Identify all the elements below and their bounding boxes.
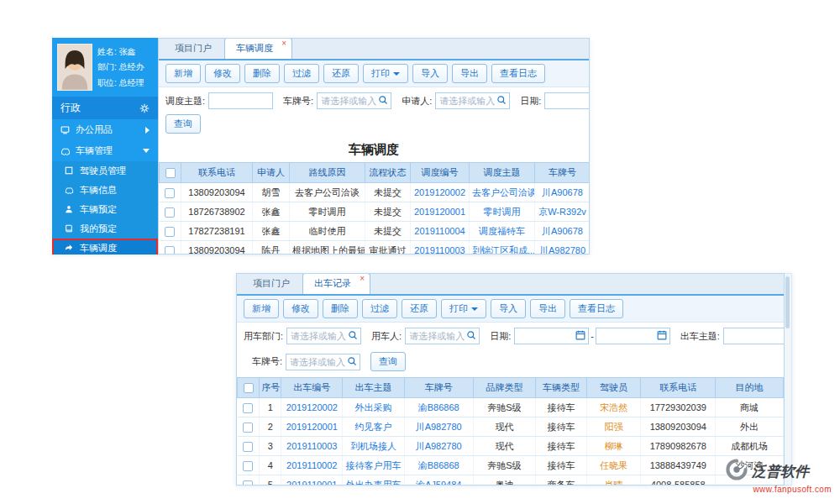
plate-link[interactable]: 渝B86868 — [404, 456, 473, 475]
search-icon[interactable] — [348, 330, 358, 342]
driver-link[interactable]: 柳琳 — [586, 437, 641, 456]
driver-link[interactable]: 阳强 — [586, 417, 641, 437]
close-icon[interactable]: × — [360, 274, 365, 283]
row-checkbox[interactable] — [165, 227, 175, 237]
print-button[interactable]: 打印 — [363, 64, 408, 83]
view-log-button[interactable]: 查看日志 — [491, 64, 545, 83]
table-row[interactable]: 17827238191 张鑫 临时使用 未提交 2019110004 调度福特车… — [160, 222, 591, 241]
trip-code-link[interactable]: 2019120002 — [281, 398, 343, 417]
dispatch-subject-link[interactable]: 到锦江区和成... — [470, 241, 535, 255]
driver-link[interactable]: 宋浩然 — [586, 398, 641, 417]
plate-link[interactable]: 川A982780 — [535, 241, 591, 255]
table-row[interactable]: 2 2019120001 约见客户 川A982780 现代 接待车 阳强 138… — [238, 417, 784, 437]
view-log-button[interactable]: 查看日志 — [570, 299, 623, 318]
plate-filter-input[interactable] — [290, 355, 347, 369]
trip-subject-link[interactable]: 约见客户 — [343, 417, 405, 437]
search-icon[interactable] — [466, 330, 476, 342]
plate-link[interactable]: 川A982780 — [404, 437, 473, 456]
vertical-scrollbar[interactable] — [785, 273, 792, 486]
export-button[interactable]: 导出 — [452, 64, 487, 83]
filter-button[interactable]: 过滤 — [284, 64, 319, 83]
driver-link[interactable]: 任晓果 — [586, 456, 641, 475]
subject-filter-input[interactable] — [213, 94, 270, 108]
calendar-icon[interactable] — [657, 330, 667, 342]
plate-link[interactable]: 川A982780 — [404, 417, 473, 437]
trip-code-link[interactable]: 2019110002 — [281, 456, 343, 475]
applicant-filter-input[interactable] — [439, 94, 496, 108]
dispatch-subject-link[interactable]: 去客户公司洽谈 — [470, 183, 535, 202]
trip-subject-filter-input[interactable] — [727, 329, 784, 343]
row-checkbox[interactable] — [243, 442, 253, 452]
date-from-input[interactable] — [518, 329, 575, 343]
date-to-input[interactable] — [600, 329, 657, 343]
search-icon[interactable] — [378, 95, 388, 107]
driver-link[interactable]: 肖晴 — [586, 475, 641, 486]
table-row[interactable]: 5 2019110001 外出办事用车 渝AJ59484 奥迪 商务车 肖晴 4… — [238, 475, 784, 486]
dispatch-subject-link[interactable]: 零时调用 — [470, 202, 535, 222]
dispatch-code-link[interactable]: 2019110004 — [411, 222, 470, 241]
select-all-checkbox[interactable] — [244, 383, 254, 393]
trip-code-link[interactable]: 2019120001 — [281, 417, 343, 437]
table-row[interactable]: 13809203094 陈丹 根据地图上的最短... 审批通过 20191100… — [160, 241, 591, 255]
tab-project-portal[interactable]: 项目门户 — [164, 39, 223, 59]
sidebar-item-driver-management[interactable]: 驾驶员管理 — [52, 161, 158, 181]
tab-project-portal[interactable]: 项目门户 — [242, 274, 301, 294]
query-button[interactable]: 查询 — [370, 352, 406, 371]
row-checkbox[interactable] — [165, 207, 175, 218]
delete-button[interactable]: 删除 — [323, 299, 358, 318]
dispatch-code-link[interactable]: 2019120001 — [411, 202, 470, 222]
user-filter-input[interactable] — [409, 329, 466, 343]
row-checkbox[interactable] — [243, 423, 253, 433]
trip-code-link[interactable]: 2019110003 — [281, 437, 343, 456]
date-filter-input[interactable] — [549, 94, 589, 108]
dispatch-code-link[interactable]: 2019120002 — [411, 183, 470, 202]
row-checkbox[interactable] — [165, 246, 175, 255]
plate-link[interactable]: 渝B86868 — [404, 398, 473, 417]
plate-link[interactable]: 渝AJ59484 — [404, 475, 473, 486]
gear-icon[interactable] — [139, 103, 150, 113]
plate-link[interactable]: 川A90678 — [535, 222, 591, 241]
scrollbar-thumb[interactable] — [785, 276, 790, 328]
row-checkbox[interactable] — [243, 403, 253, 413]
tab-trip-records[interactable]: 出车记录 × — [302, 273, 370, 294]
select-all-checkbox[interactable] — [165, 168, 176, 178]
filter-button[interactable]: 过滤 — [362, 299, 397, 318]
sidebar-item-vehicle-management[interactable]: 车辆管理 — [52, 140, 158, 161]
dispatch-code-link[interactable]: 2019110003 — [411, 241, 470, 255]
trip-subject-link[interactable]: 接待客户用车 — [343, 456, 405, 475]
sidebar-item-vehicle-booking[interactable]: 车辆预定 — [52, 200, 158, 219]
search-icon[interactable] — [347, 356, 357, 368]
table-row[interactable]: 4 2019110002 接待客户用车 渝B86868 奔驰S级 接待车 任晓果… — [238, 456, 784, 475]
plate-link[interactable]: 京W-R392v — [535, 202, 591, 222]
restore-button[interactable]: 还原 — [402, 299, 437, 318]
sidebar-item-vehicle-info[interactable]: 车辆信息 — [52, 181, 158, 200]
trip-code-link[interactable]: 2019110001 — [281, 475, 343, 486]
import-button[interactable]: 导入 — [412, 64, 448, 83]
plate-link[interactable]: 川A90678 — [535, 183, 591, 202]
edit-button[interactable]: 修改 — [283, 299, 318, 318]
query-button[interactable]: 查询 — [165, 114, 201, 134]
search-icon[interactable] — [496, 95, 507, 107]
table-row[interactable]: 3 2019110003 到机场接人 川A982780 现代 接待车 柳琳 17… — [238, 437, 784, 456]
tab-vehicle-dispatch[interactable]: 车辆调度 × — [224, 38, 292, 59]
plate-filter-input[interactable] — [321, 94, 378, 108]
close-icon[interactable]: × — [281, 39, 286, 48]
add-button[interactable]: 新增 — [165, 64, 201, 83]
table-row[interactable]: 13809203094 胡雪 去客户公司洽谈 未提交 2019120002 去客… — [160, 183, 591, 202]
export-button[interactable]: 导出 — [530, 299, 565, 318]
restore-button[interactable]: 还原 — [323, 64, 359, 83]
calendar-icon[interactable] — [575, 330, 585, 342]
add-button[interactable]: 新增 — [244, 299, 279, 318]
trip-subject-link[interactable]: 到机场接人 — [343, 437, 405, 456]
sidebar-item-office-supplies[interactable]: 办公用品 — [52, 119, 158, 140]
row-checkbox[interactable] — [165, 188, 175, 198]
sidebar-section-admin[interactable]: 行政 — [52, 97, 158, 119]
sidebar-item-my-bookings[interactable]: 我的预定 — [52, 219, 158, 239]
table-row[interactable]: 1 2019120002 外出采购 渝B86868 奔驰S级 接待车 宋浩然 1… — [238, 398, 784, 417]
dispatch-subject-link[interactable]: 调度福特车 — [470, 222, 535, 241]
delete-button[interactable]: 删除 — [244, 64, 280, 83]
import-button[interactable]: 导入 — [491, 299, 526, 318]
dept-filter-input[interactable] — [291, 329, 348, 343]
print-button[interactable]: 打印 — [441, 299, 486, 318]
trip-subject-link[interactable]: 外出办事用车 — [343, 475, 405, 486]
